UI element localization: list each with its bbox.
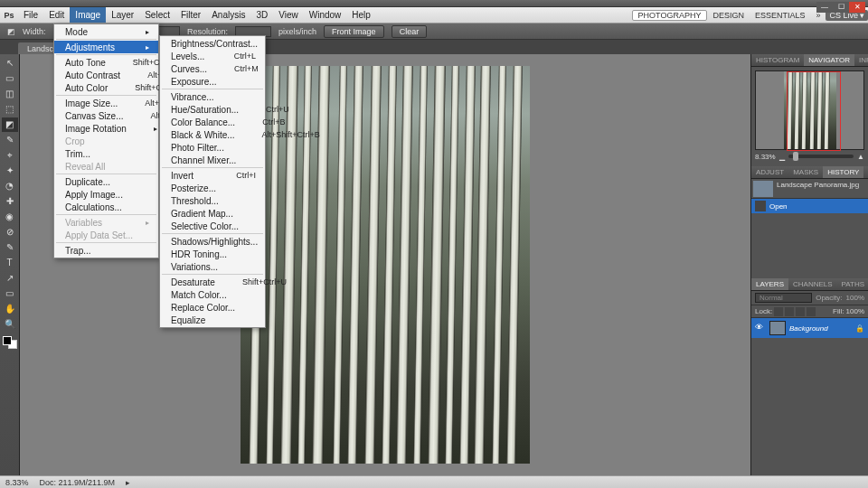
adjust-tab[interactable]: ADJUST (751, 166, 788, 178)
hand-tool[interactable]: ✋ (2, 302, 18, 316)
menu-item-levels[interactable]: Levels...Ctrl+L (160, 50, 265, 62)
zoom-slider[interactable] (788, 155, 854, 158)
clear-button[interactable]: Clear (392, 25, 428, 38)
paths-tab[interactable]: PATHS (837, 278, 868, 290)
menu-item-hdr-toning[interactable]: HDR Toning... (160, 248, 265, 260)
menu-item-replace-color[interactable]: Replace Color... (160, 301, 265, 314)
status-doc-info[interactable]: Doc: 211.9M/211.9M (40, 478, 116, 487)
layer-row-background[interactable]: 👁 Background 🔒 (751, 318, 868, 338)
menu-item-shadows-highlights[interactable]: Shadows/Highlights... (160, 235, 265, 248)
menu-analysis[interactable]: Analysis (206, 7, 250, 23)
menu-item-match-color[interactable]: Match Color... (160, 288, 265, 301)
menu-item-selective-color[interactable]: Selective Color... (160, 220, 265, 232)
menu-item-equalize[interactable]: Equalize (160, 314, 265, 326)
workspace-photography[interactable]: PHOTOGRAPHY (632, 10, 708, 21)
menu-item-posterize[interactable]: Posterize... (160, 182, 265, 194)
lock-transparency-icon[interactable] (774, 307, 783, 316)
opacity-value[interactable]: 100% (846, 294, 864, 302)
eyedropper-tool[interactable]: ✎ (2, 133, 18, 147)
histogram-tab[interactable]: HISTOGRAM (751, 54, 804, 66)
menu-item-gradient-map[interactable]: Gradient Map... (160, 207, 265, 220)
info-tab[interactable]: INFO (854, 54, 868, 66)
lock-all-icon[interactable] (807, 307, 816, 316)
menu-item-image-rotation[interactable]: Image Rotation▸ (54, 122, 158, 135)
menu-item-adjustments[interactable]: Adjustments▸ (54, 41, 158, 53)
quick-select-tool[interactable]: ⬚ (2, 102, 18, 117)
menu-layer[interactable]: Layer (106, 7, 139, 23)
menu-edit[interactable]: Edit (43, 7, 70, 23)
menu-view[interactable]: View (273, 7, 304, 23)
menu-item-vibrance[interactable]: Vibrance... (160, 90, 265, 103)
type-tool[interactable]: T (2, 256, 18, 270)
layers-tab[interactable]: LAYERS (751, 278, 788, 290)
fill-value[interactable]: 100% (846, 307, 864, 315)
pen-tool[interactable]: ↗ (2, 271, 18, 286)
lasso-tool[interactable]: ◫ (2, 87, 18, 101)
menu-item-threshold[interactable]: Threshold... (160, 194, 265, 207)
history-brush-tool[interactable]: ✚ (2, 194, 18, 209)
workspace-essentials[interactable]: ESSENTIALS (750, 11, 811, 20)
shape-tool[interactable]: ▭ (2, 286, 18, 301)
menu-item-brightness-contrast[interactable]: Brightness/Contrast... (160, 37, 265, 50)
stamp-tool[interactable]: ◔ (2, 179, 18, 193)
zoom-tool[interactable]: 🔍 (2, 317, 18, 332)
menu-item-canvas-size[interactable]: Canvas Size...Alt+Ctrl+C (54, 109, 158, 122)
menu-item-auto-color[interactable]: Auto ColorShift+Ctrl+B (54, 81, 158, 94)
menu-image[interactable]: Image (70, 7, 106, 23)
navigator-viewbox[interactable] (787, 71, 841, 151)
status-zoom[interactable]: 8.33% (5, 478, 29, 487)
layer-visibility-icon[interactable]: 👁 (755, 323, 766, 333)
actions-tab[interactable]: ACTION (863, 166, 868, 178)
units-select[interactable]: pixels/inch (278, 27, 316, 36)
menu-item-channel-mixer[interactable]: Channel Mixer... (160, 154, 265, 166)
menu-item-curves[interactable]: Curves...Ctrl+M (160, 62, 265, 75)
brush-tool[interactable]: ✦ (2, 164, 18, 178)
menu-item-black-white[interactable]: Black & White...Alt+Shift+Ctrl+B (160, 128, 265, 141)
eraser-tool[interactable]: ◉ (2, 210, 18, 224)
menu-filter[interactable]: Filter (175, 7, 206, 23)
dodge-tool[interactable]: ✎ (2, 240, 18, 255)
channels-tab[interactable]: CHANNELS (788, 278, 837, 290)
workspace-design[interactable]: DESIGN (707, 11, 750, 20)
menu-item-hue-saturation[interactable]: Hue/Saturation...Ctrl+U (160, 103, 265, 116)
zoom-out-icon[interactable]: ▁ (779, 153, 785, 161)
menu-item-exposure[interactable]: Exposure... (160, 75, 265, 88)
menu-item-invert[interactable]: InvertCtrl+I (160, 169, 265, 182)
menu-window[interactable]: Window (304, 7, 347, 23)
window-minimize-button[interactable]: — (816, 2, 833, 13)
menu-item-apply-image[interactable]: Apply Image... (54, 188, 158, 201)
healing-tool[interactable]: ⌖ (2, 148, 18, 163)
menu-select[interactable]: Select (139, 7, 175, 23)
history-tab[interactable]: HISTORY (823, 166, 863, 178)
color-swatch[interactable] (3, 336, 17, 349)
menu-file[interactable]: File (18, 7, 43, 23)
front-image-button[interactable]: Front Image (324, 25, 384, 38)
gradient-tool[interactable]: ⊘ (2, 225, 18, 239)
navigator-tab[interactable]: NAVIGATOR (804, 54, 854, 66)
history-item-open[interactable]: Open (751, 199, 868, 213)
menu-item-desaturate[interactable]: DesaturateShift+Ctrl+U (160, 276, 265, 288)
menu-item-auto-contrast[interactable]: Auto ContrastAlt+Shift+Ctrl+L (54, 69, 158, 81)
window-close-button[interactable]: ✕ (849, 2, 865, 13)
window-maximize-button[interactable]: ☐ (833, 2, 849, 13)
menu-item-trim[interactable]: Trim... (54, 147, 158, 160)
blend-mode-select[interactable]: Normal (755, 293, 812, 303)
status-arrow-icon[interactable]: ▸ (126, 478, 130, 487)
history-snapshot-thumb[interactable] (753, 181, 773, 197)
menu-help[interactable]: Help (346, 7, 376, 23)
marquee-tool[interactable]: ▭ (2, 71, 18, 86)
crop-tool[interactable]: ◩ (2, 117, 18, 132)
menu-item-mode[interactable]: Mode▸ (54, 25, 158, 38)
menu-item-variations[interactable]: Variations... (160, 260, 265, 273)
menu-item-trap[interactable]: Trap... (54, 244, 158, 257)
move-tool[interactable]: ↖ (2, 56, 18, 70)
masks-tab[interactable]: MASKS (788, 166, 823, 178)
layer-thumbnail[interactable] (769, 321, 786, 335)
menu-item-duplicate[interactable]: Duplicate... (54, 175, 158, 188)
menu-item-image-size[interactable]: Image Size...Alt+Ctrl+I (54, 97, 158, 109)
navigator-preview[interactable] (755, 70, 864, 150)
menu-3d[interactable]: 3D (250, 7, 273, 23)
menu-item-color-balance[interactable]: Color Balance...Ctrl+B (160, 116, 265, 128)
menu-item-calculations[interactable]: Calculations... (54, 201, 158, 213)
zoom-in-icon[interactable]: ▲ (857, 153, 864, 161)
